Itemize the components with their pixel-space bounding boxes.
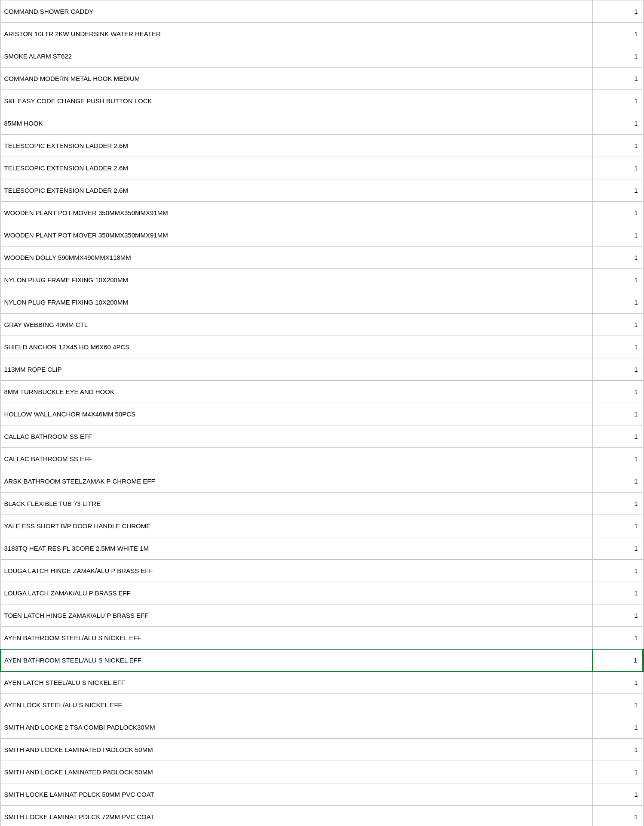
table-row[interactable]: LOUGA LATCH ZAMAK/ALU P BRASS EFF1 <box>0 582 643 604</box>
item-qty: 1 <box>592 604 643 627</box>
item-qty: 1 <box>592 381 643 403</box>
table-row[interactable]: GRAY WEBBING 40MM CTL1 <box>0 314 643 336</box>
table-row[interactable]: COMMAND SHOWER CADDY1 <box>0 0 643 23</box>
table-row[interactable]: LOUGA LATCH HINGE ZAMAK/ALU P BRASS EFF1 <box>0 560 643 582</box>
item-name: 3183TQ HEAT RES FL 3CORE 2.5MM WHITE 1M <box>0 537 592 560</box>
table-row[interactable]: BLACK FLEXIBLE TUB 73 LITRE1 <box>0 493 643 515</box>
table-row[interactable]: HOLLOW WALL ANCHOR M4X46MM 50PCS1 <box>0 403 643 425</box>
item-qty: 1 <box>592 291 643 314</box>
item-qty: 1 <box>592 470 643 493</box>
item-name: SMITH AND LOCKE LAMINATED PADLOCK 50MM <box>0 739 592 761</box>
item-qty: 1 <box>592 68 643 90</box>
item-name: 113MM ROPE CLIP <box>0 358 592 381</box>
item-qty: 1 <box>592 761 643 783</box>
item-qty: 1 <box>592 0 643 23</box>
item-qty: 1 <box>592 247 643 269</box>
item-qty: 1 <box>592 739 643 761</box>
item-qty: 1 <box>592 314 643 336</box>
item-name: BLACK FLEXIBLE TUB 73 LITRE <box>0 493 592 515</box>
item-name: ARSK BATHROOM STEELZAMAK P CHROME EFF <box>0 470 592 493</box>
table-row[interactable]: 113MM ROPE CLIP1 <box>0 358 643 381</box>
table-row[interactable]: SMITH AND LOCKE 2 TSA COMBI PADLOCK30MM1 <box>0 716 643 739</box>
table-row[interactable]: SMITH LOCKE LAMINAT PDLCK 50MM PVC COAT1 <box>0 783 643 806</box>
item-name: TOEN LATCH HINGE ZAMAK/ALU P BRASS EFF <box>0 604 592 627</box>
item-qty: 1 <box>592 515 643 537</box>
table-row[interactable]: SHIELD ANCHOR 12X45 HO M6X60 4PCS1 <box>0 336 643 358</box>
item-name: WOODEN PLANT POT MOVER 350MMX350MMX91MM <box>0 202 592 224</box>
table-row[interactable]: ARISTON 10LTR 2KW UNDERSINK WATER HEATER… <box>0 23 643 45</box>
table-row[interactable]: YALE ESS SHORT B/P DOOR HANDLE CHROME1 <box>0 515 643 537</box>
item-name: SHIELD ANCHOR 12X45 HO M6X60 4PCS <box>0 336 592 358</box>
table-row[interactable]: COMMAND MODERN METAL HOOK MEDIUM1 <box>0 68 643 90</box>
item-qty: 1 <box>592 45 643 68</box>
table-row[interactable]: CALLAC BATHROOM SS EFF1 <box>0 448 643 470</box>
item-qty: 1 <box>592 336 643 358</box>
table-row[interactable]: TELESCOPIC EXTENSION LADDER 2.6M1 <box>0 157 643 179</box>
main-container: COMMAND SHOWER CADDY1ARISTON 10LTR 2KW U… <box>0 0 644 826</box>
item-name: COMMAND MODERN METAL HOOK MEDIUM <box>0 68 592 90</box>
item-name: NYLON PLUG FRAME FIXING 10X200MM <box>0 291 592 314</box>
table-row[interactable]: SMOKE ALARM ST6221 <box>0 45 643 68</box>
item-name: LOUGA LATCH HINGE ZAMAK/ALU P BRASS EFF <box>0 560 592 582</box>
item-qty: 1 <box>592 806 643 826</box>
item-name: CALLAC BATHROOM SS EFF <box>0 448 592 470</box>
item-qty: 1 <box>592 90 643 112</box>
item-name: AYEN LATCH STEEL/ALU S NICKEL EFF <box>0 672 592 694</box>
item-name: NYLON PLUG FRAME FIXING 10X200MM <box>0 269 592 291</box>
item-name: HOLLOW WALL ANCHOR M4X46MM 50PCS <box>0 403 592 425</box>
item-name: AYEN BATHROOM STEEL/ALU S NICKEL EFF <box>0 627 592 649</box>
table-row[interactable]: TELESCOPIC EXTENSION LADDER 2.6M1 <box>0 135 643 157</box>
item-qty: 1 <box>592 425 643 448</box>
item-qty: 1 <box>592 358 643 381</box>
item-name: SMITH AND LOCKE 2 TSA COMBI PADLOCK30MM <box>0 716 592 739</box>
item-name: 85MM HOOK <box>0 112 592 135</box>
item-qty: 1 <box>592 23 643 45</box>
table-row[interactable]: NYLON PLUG FRAME FIXING 10X200MM1 <box>0 269 643 291</box>
table-row[interactable]: AYEN BATHROOM STEEL/ALU S NICKEL EFF1 <box>0 627 643 649</box>
item-qty: 1 <box>592 694 643 716</box>
item-name: TELESCOPIC EXTENSION LADDER 2.6M <box>0 135 592 157</box>
item-name: TELESCOPIC EXTENSION LADDER 2.6M <box>0 157 592 179</box>
item-name: AYEN BATHROOM STEEL/ALU S NICKEL EFF <box>0 649 592 672</box>
item-qty: 1 <box>592 224 643 247</box>
item-name: SMITH LOCKE LAMINAT PDLCK 50MM PVC COAT <box>0 783 592 806</box>
table-row[interactable]: WOODEN PLANT POT MOVER 350MMX350MMX91MM1 <box>0 224 643 247</box>
item-qty: 1 <box>592 783 643 806</box>
item-qty: 1 <box>592 448 643 470</box>
table-row[interactable]: SMITH AND LOCKE LAMINATED PADLOCK 50MM1 <box>0 739 643 761</box>
table-row[interactable]: AYEN LOCK STEEL/ALU S NICKEL EFF1 <box>0 694 643 716</box>
item-name: WOODEN PLANT POT MOVER 350MMX350MMX91MM <box>0 224 592 247</box>
item-name: GRAY WEBBING 40MM CTL <box>0 314 592 336</box>
table-row[interactable]: AYEN LATCH STEEL/ALU S NICKEL EFF1 <box>0 672 643 694</box>
table-row[interactable]: 3183TQ HEAT RES FL 3CORE 2.5MM WHITE 1M1 <box>0 537 643 560</box>
table-row[interactable]: TOEN LATCH HINGE ZAMAK/ALU P BRASS EFF1 <box>0 604 643 627</box>
item-name: SMITH LOCKE LAMINAT PDLCK 72MM PVC COAT <box>0 806 592 826</box>
table-row[interactable]: CALLAC BATHROOM SS EFF1 <box>0 425 643 448</box>
item-qty: 1 <box>592 157 643 179</box>
table-row[interactable]: TELESCOPIC EXTENSION LADDER 2.6M1 <box>0 179 643 202</box>
table-row[interactable]: SMITH LOCKE LAMINAT PDLCK 72MM PVC COAT1 <box>0 806 643 826</box>
table-row[interactable]: S&L EASY CODE CHANGE PUSH BUTTON LOCK1 <box>0 90 643 112</box>
item-qty: 1 <box>592 403 643 425</box>
item-qty: 1 <box>592 672 643 694</box>
item-name: COMMAND SHOWER CADDY <box>0 0 592 23</box>
item-qty: 1 <box>592 716 643 739</box>
table-row[interactable]: 85MM HOOK1 <box>0 112 643 135</box>
item-qty: 1 <box>592 269 643 291</box>
item-name: WOODEN DOLLY 590MMX490MMX118MM <box>0 247 592 269</box>
item-name: ARISTON 10LTR 2KW UNDERSINK WATER HEATER <box>0 23 592 45</box>
table-row[interactable]: 8MM TURNBUCKLE EYE AND HOOK1 <box>0 381 643 403</box>
item-qty: 1 <box>592 135 643 157</box>
item-name: LOUGA LATCH ZAMAK/ALU P BRASS EFF <box>0 582 592 604</box>
table-row[interactable]: WOODEN PLANT POT MOVER 350MMX350MMX91MM1 <box>0 202 643 224</box>
item-qty: 1 <box>592 560 643 582</box>
item-name: YALE ESS SHORT B/P DOOR HANDLE CHROME <box>0 515 592 537</box>
table-row[interactable]: SMITH AND LOCKE LAMINATED PADLOCK 50MM1 <box>0 761 643 783</box>
item-name: SMITH AND LOCKE LAMINATED PADLOCK 50MM <box>0 761 592 783</box>
table-row[interactable]: NYLON PLUG FRAME FIXING 10X200MM1 <box>0 291 643 314</box>
item-name: 8MM TURNBUCKLE EYE AND HOOK <box>0 381 592 403</box>
item-name: CALLAC BATHROOM SS EFF <box>0 425 592 448</box>
table-row[interactable]: WOODEN DOLLY 590MMX490MMX118MM1 <box>0 247 643 269</box>
table-row[interactable]: ARSK BATHROOM STEELZAMAK P CHROME EFF1 <box>0 470 643 493</box>
table-row[interactable]: AYEN BATHROOM STEEL/ALU S NICKEL EFF1 <box>0 649 643 672</box>
